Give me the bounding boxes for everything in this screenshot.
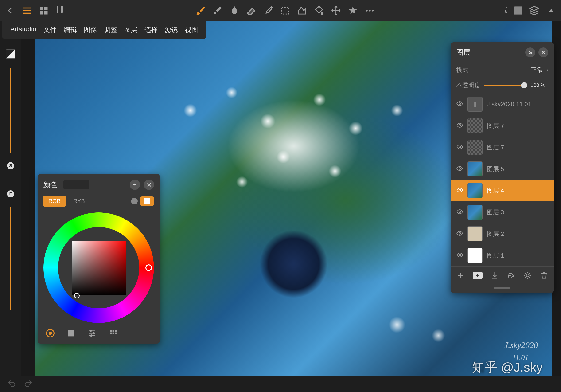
layer-name: 图层 4 [487,187,504,195]
selection-tool-icon[interactable] [280,5,290,16]
layer-fx-button[interactable]: Fx [507,271,515,280]
brush-size-slider[interactable] [10,68,11,153]
grayscale-toggle[interactable] [131,198,138,205]
svg-point-16 [93,333,95,334]
layer-visibility-icon[interactable] [456,165,463,173]
color-sliders-mode-icon[interactable] [66,328,76,338]
menu-icon[interactable] [22,5,32,16]
more-tools-icon[interactable] [365,5,375,16]
layer-visibility-icon[interactable] [456,143,463,151]
layer-item[interactable]: 图层 4 [451,180,554,201]
layer-visibility-icon[interactable] [456,100,463,108]
undo-button[interactable] [7,379,16,389]
brush-flow-slider[interactable] [10,207,11,310]
layer-thumbnail[interactable] [467,183,483,198]
opacity-value[interactable]: 100 % [528,81,548,90]
layer-thumbnail[interactable]: T [467,97,483,112]
redo-button[interactable] [23,379,33,389]
layers-panel-title: 图层 [456,48,522,57]
layer-thumbnail[interactable] [467,226,483,241]
expand-icon[interactable] [546,5,556,16]
fill-tool-icon[interactable] [314,5,324,16]
layer-item[interactable]: 图层 3 [451,201,554,223]
layer-name: 图层 5 [487,165,504,173]
hue-cursor[interactable] [145,264,152,271]
eraser-tool-icon[interactable] [246,5,257,16]
svg-rect-20 [115,330,117,332]
brush-tool-icon[interactable] [195,5,206,16]
menu-image[interactable]: 图像 [82,25,99,34]
lasso-tool-icon[interactable] [297,5,307,16]
layer-item[interactable]: 图层 7 [451,115,554,137]
slider-s-badge[interactable]: S [7,162,14,169]
merge-down-button[interactable] [491,271,499,280]
svg-rect-21 [110,333,112,334]
opacity-slider[interactable] [484,85,524,86]
color-swatch-preview[interactable] [64,180,89,189]
foreground-background-color[interactable] [6,49,15,59]
eyedropper-tool-icon[interactable] [263,5,273,16]
add-layer-button[interactable] [456,271,465,280]
layer-visibility-icon[interactable] [456,208,463,216]
menu-filter[interactable]: 滤镜 [162,25,180,34]
back-icon[interactable] [5,5,15,16]
menu-layer[interactable]: 图层 [122,25,140,34]
saturation-value-box[interactable] [72,241,126,295]
menu-edit[interactable]: 编辑 [61,25,79,34]
brush-preset-icon[interactable] [55,5,66,16]
layer-thumbnail[interactable] [467,205,483,220]
sv-cursor[interactable] [74,293,80,298]
panel-drag-handle[interactable] [494,287,510,289]
close-color-panel-button[interactable]: ✕ [144,180,154,190]
svg-rect-6 [44,11,48,15]
svg-point-31 [459,254,461,256]
layers-s-button[interactable]: S [525,47,535,57]
layer-thumbnail[interactable] [467,162,483,176]
slider-f-badge[interactable]: F [7,190,14,197]
layer-item[interactable]: 图层 2 [451,223,554,245]
rgb-mode-tab[interactable]: RGB [43,196,66,207]
layer-item[interactable]: TJ.sky2020 11.01 [451,93,554,115]
layer-item[interactable]: 图层 5 [451,158,554,180]
color-wheel-mode-icon[interactable] [46,329,54,338]
blend-mode-row[interactable]: 模式 正常 › [451,63,554,77]
layer-thumbnail[interactable] [467,118,483,133]
grid-icon[interactable] [39,5,49,16]
color-adjustments-icon[interactable] [87,328,97,338]
brush-size-indicator[interactable]: 6 [505,7,507,14]
star-tool-icon[interactable] [348,5,358,16]
menu-file[interactable]: 文件 [41,25,59,34]
delete-layer-button[interactable] [540,271,548,280]
layer-thumbnail[interactable] [467,140,483,155]
svg-rect-5 [40,11,43,15]
smudge-tool-icon[interactable] [229,5,240,16]
layer-visibility-icon[interactable] [456,187,463,195]
svg-point-8 [366,10,368,11]
color-swatches-icon[interactable] [108,328,118,338]
layer-settings-button[interactable] [523,271,532,280]
add-color-button[interactable]: + [130,180,140,190]
color-panel-title: 颜色 [43,180,57,190]
svg-rect-18 [110,330,112,332]
color-wheel[interactable] [43,212,154,323]
menu-adjust[interactable]: 调整 [102,25,119,34]
close-layers-panel-button[interactable]: ✕ [539,47,548,57]
move-tool-icon[interactable] [331,5,341,16]
layer-item[interactable]: 图层 7 [451,137,554,158]
layers-icon[interactable] [529,5,539,16]
layer-visibility-icon[interactable] [456,230,463,238]
color-format-toggle[interactable] [140,196,154,206]
menu-select[interactable]: 选择 [142,25,160,34]
ryb-mode-tab[interactable]: RYB [68,196,90,207]
layer-visibility-icon[interactable] [456,251,463,260]
menu-view[interactable]: 视图 [183,25,200,34]
current-color-chip[interactable] [514,6,522,15]
duplicate-layer-button[interactable] [473,272,483,279]
layer-item[interactable]: 图层 1 [451,245,554,266]
opacity-row: 不透明度 100 % [451,77,554,93]
menu-artstudio[interactable]: Artstudio [8,25,39,34]
layer-thumbnail[interactable] [467,248,483,263]
layer-visibility-icon[interactable] [456,122,463,130]
paintbrush-tool-icon[interactable] [212,5,223,16]
layer-name: 图层 2 [487,230,504,238]
